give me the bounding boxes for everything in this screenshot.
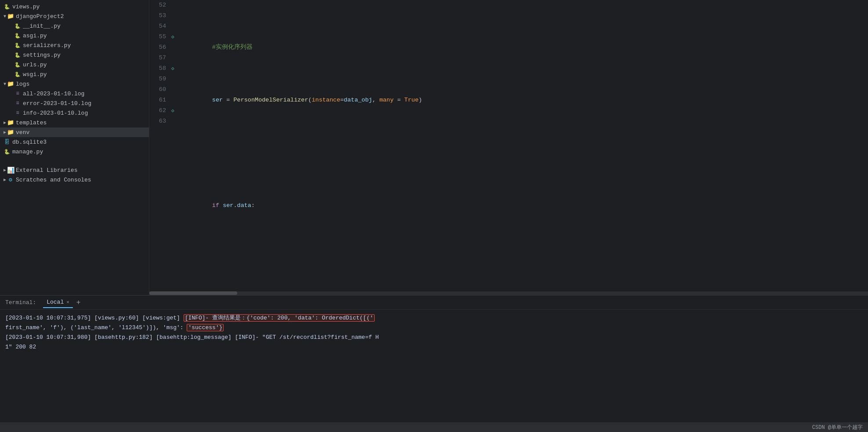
sidebar-item-label: Scratches and Consoles xyxy=(16,177,91,183)
py-icon: 🐍 xyxy=(4,3,11,10)
folder-icon: 📁 xyxy=(7,13,14,20)
log-icon: ≡ xyxy=(14,109,21,116)
sidebar-item-label: manage.py xyxy=(12,149,43,155)
line-num-54: 54 xyxy=(151,21,166,32)
sidebar-item-label: views.py xyxy=(12,4,40,10)
chevron-right-icon: ▶ xyxy=(4,130,6,135)
terminal-label: Terminal: xyxy=(5,299,36,306)
gutter-53 xyxy=(171,11,180,21)
sidebar-item-urls-py[interactable]: 🐍 urls.py xyxy=(0,60,149,69)
line-num-61: 61 xyxy=(151,95,166,105)
line-num-62: 62 xyxy=(151,105,166,116)
terminal-line-2: first_name', 'f'), ('last_name', 'l12345… xyxy=(5,323,863,333)
gutter-63 xyxy=(171,116,180,127)
log-icon: ≡ xyxy=(14,100,21,107)
sidebar-item-label: error-2023-01-10.log xyxy=(23,100,91,107)
sidebar-item-wsgi-py[interactable]: 🐍 wsgi.py xyxy=(0,69,149,79)
line-num-57: 57 xyxy=(151,53,166,63)
sidebar-item-scratches[interactable]: ▶ ⚙ Scratches and Consoles xyxy=(0,175,149,185)
scrollbar-thumb[interactable] xyxy=(149,291,237,295)
scratches-icon: ⚙ xyxy=(7,176,14,183)
sidebar-item-venv[interactable]: ▶ 📁 venv xyxy=(0,127,149,137)
chevron-right-icon: ▶ xyxy=(4,167,6,173)
sidebar-item-label: __init__.py xyxy=(23,23,61,29)
sidebar-item-asgi-py[interactable]: 🐍 asgi.py xyxy=(0,31,149,40)
code-container: 52 53 54 55 56 57 58 59 60 61 62 63 ◇ xyxy=(149,0,868,291)
code-editor[interactable]: #实例化序列器 ser = PersonModelSerializer(inst… xyxy=(180,0,868,291)
sidebar-item-label: db.sqlite3 xyxy=(12,139,47,145)
horizontal-scrollbar[interactable] xyxy=(149,291,868,295)
line-num-53: 53 xyxy=(151,11,166,21)
sidebar-item-label: djangoProject2 xyxy=(16,13,64,20)
sidebar-item-label: urls.py xyxy=(23,62,47,68)
sidebar: 🐍 views.py ▼ 📁 djangoProject2 🐍 __init__… xyxy=(0,0,149,295)
terminal-highlight-1: [INFO]- 查询结果是：{'code': 200, 'data': Orde… xyxy=(184,314,375,322)
line-num-59: 59 xyxy=(151,74,166,84)
chevron-right-icon: ▶ xyxy=(4,120,6,125)
sidebar-item-external-libraries[interactable]: ▶ 📊 External Libraries xyxy=(0,165,149,175)
gutter-58: ◇ xyxy=(171,63,180,74)
code-line-53: ser = PersonModelSerializer(instance=dat… xyxy=(184,95,868,105)
folder-purple-icon: 📁 xyxy=(7,119,14,126)
terminal-line-1: [2023-01-10 10:07:31,975] [views.py:60] … xyxy=(5,313,863,323)
terminal-content: [2023-01-10 10:07:31,975] [views.py:60] … xyxy=(0,310,868,422)
py-icon: 🐍 xyxy=(14,51,21,58)
code-line-56 xyxy=(184,253,868,264)
sidebar-item-label: asgi.py xyxy=(23,33,47,39)
gutter-56 xyxy=(171,42,180,53)
sidebar-item-djangoproject2[interactable]: ▼ 📁 djangoProject2 xyxy=(0,11,149,21)
py-icon: 🐍 xyxy=(14,61,21,68)
terminal-tab-local-label: Local xyxy=(47,299,64,305)
terminal-tab-local[interactable]: Local × xyxy=(43,297,73,308)
line-num-63: 63 xyxy=(151,116,166,127)
gutter-55: ◇ xyxy=(171,32,180,42)
main-area: 🐍 views.py ▼ 📁 djangoProject2 🐍 __init__… xyxy=(0,0,868,295)
terminal-area: Terminal: Local × + [2023-01-10 10:07:31… xyxy=(0,295,868,422)
sidebar-item-label: logs xyxy=(16,81,29,87)
status-text: CSDN @单单一个越字 xyxy=(812,424,863,431)
chevron-down-icon: ▼ xyxy=(4,14,6,19)
library-icon: 📊 xyxy=(7,167,14,174)
sidebar-item-init-py[interactable]: 🐍 __init__.py xyxy=(0,21,149,31)
terminal-add-tab-button[interactable]: + xyxy=(76,299,81,307)
line-num-58: 58 xyxy=(151,63,166,74)
py-icon: 🐍 xyxy=(14,32,21,39)
sidebar-item-manage-py[interactable]: 🐍 manage.py xyxy=(0,147,149,156)
editor-area: 52 53 54 55 56 57 58 59 60 61 62 63 ◇ xyxy=(149,0,868,295)
code-line-55: if ser.data: xyxy=(184,200,868,211)
sidebar-item-logs[interactable]: ▼ 📁 logs xyxy=(0,79,149,89)
terminal-line-4: 1" 200 82 xyxy=(5,342,863,352)
terminal-tab-close-icon[interactable]: × xyxy=(66,300,69,305)
log-icon: ≡ xyxy=(14,90,21,97)
sidebar-item-serializers-py[interactable]: 🐍 serializers.py xyxy=(0,40,149,50)
folder-icon: 📁 xyxy=(7,129,14,136)
gutter-61 xyxy=(171,95,180,105)
sidebar-item-views-py[interactable]: 🐍 views.py xyxy=(0,2,149,11)
sidebar-item-db-sqlite3[interactable]: 🗄 db.sqlite3 xyxy=(0,137,149,147)
code-comment: #实例化序列器 xyxy=(184,42,253,53)
sidebar-item-error-log[interactable]: ≡ error-2023-01-10.log xyxy=(0,98,149,108)
sidebar-item-info-log[interactable]: ≡ info-2023-01-10.log xyxy=(0,108,149,118)
sidebar-item-label: templates xyxy=(16,120,47,126)
line-num-60: 60 xyxy=(151,84,166,95)
code-line-54 xyxy=(184,148,868,158)
terminal-header: Terminal: Local × + xyxy=(0,296,868,310)
sidebar-item-all-log[interactable]: ≡ all-2023-01-10.log xyxy=(0,89,149,98)
line-num-52: 52 xyxy=(151,0,166,11)
gutter: ◇ ◇ ◇ xyxy=(171,0,180,291)
line-num-56: 56 xyxy=(151,42,166,53)
sidebar-item-label: all-2023-01-10.log xyxy=(23,91,84,97)
sidebar-item-label: wsgi.py xyxy=(23,71,47,78)
gutter-60 xyxy=(171,84,180,95)
sidebar-item-settings-py[interactable]: 🐍 settings.py xyxy=(0,50,149,60)
gutter-54 xyxy=(171,21,180,32)
sidebar-item-templates[interactable]: ▶ 📁 templates xyxy=(0,118,149,127)
line-num-55: 55 xyxy=(151,32,166,42)
terminal-highlight-2: 'success'} xyxy=(187,324,224,331)
chevron-down-icon: ▼ xyxy=(4,82,6,87)
py-icon: 🐍 xyxy=(14,42,21,49)
terminal-line-3: [2023-01-10 10:07:31,980] [basehttp.py:1… xyxy=(5,333,863,342)
chevron-right-icon: ▶ xyxy=(4,177,6,182)
gutter-59 xyxy=(171,74,180,84)
status-bar: CSDN @单单一个越字 xyxy=(0,422,868,432)
